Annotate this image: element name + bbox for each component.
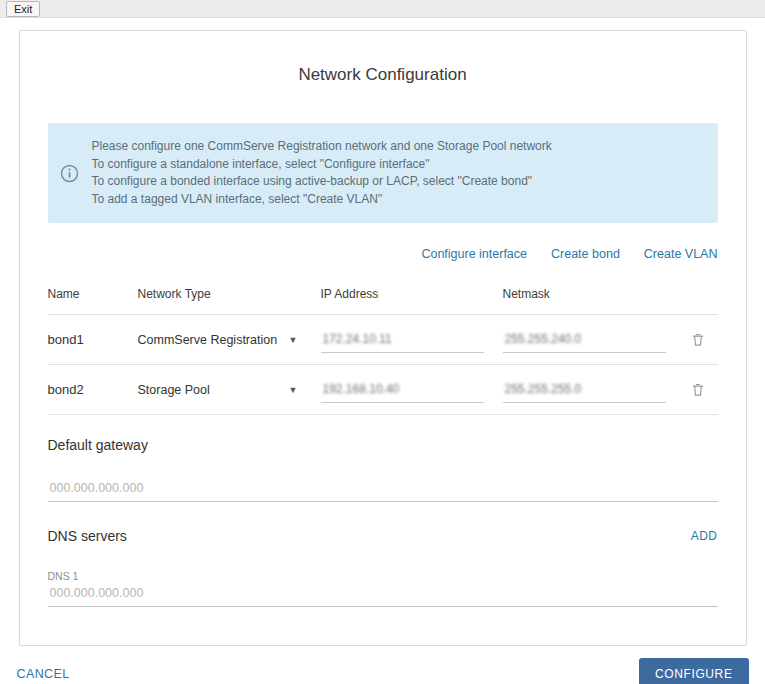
dialog-footer: CANCEL CONFIGURE [9,654,757,684]
table-row: bond2 Storage Pool ▼ 192.168.10.40 255.2… [48,365,718,415]
row-name: bond1 [48,332,138,347]
column-header-name: Name [48,287,138,301]
create-vlan-link[interactable]: Create VLAN [644,247,718,261]
table-header-row: Name Network Type IP Address Netmask [48,287,718,315]
exit-button[interactable]: Exit [6,1,40,17]
column-header-netmask: Netmask [503,287,681,301]
cancel-button[interactable]: CANCEL [17,667,70,681]
trash-icon [690,386,706,401]
network-type-value: Storage Pool [138,383,210,397]
chevron-down-icon: ▼ [289,385,302,395]
info-line-1: Please configure one CommServe Registrat… [92,138,552,156]
dns-servers-label: DNS servers [48,528,127,544]
page-title: Network Configuration [48,65,718,85]
netmask-value: 255.255.255.0 [505,382,582,396]
info-line-2: To configure a standalone interface, sel… [92,156,552,174]
default-gateway-label: Default gateway [48,437,718,453]
chevron-down-icon: ▼ [289,335,302,345]
ip-address-value: 192.168.10.40 [323,382,400,396]
table-row: bond1 CommServe Registration ▼ 172.24.10… [48,315,718,365]
dns1-label: DNS 1 [48,570,718,582]
netmask-field[interactable]: 255.255.255.0 [503,377,666,403]
network-type-select[interactable]: CommServe Registration ▼ [138,333,302,347]
info-banner: Please configure one CommServe Registrat… [48,123,718,223]
info-icon [60,164,79,183]
configure-interface-link[interactable]: Configure interface [421,247,527,261]
netmask-field[interactable]: 255.255.240.0 [503,327,666,353]
ip-address-field[interactable]: 172.24.10.11 [321,327,484,353]
netmask-value: 255.255.240.0 [505,332,582,346]
add-dns-button[interactable]: ADD [691,529,718,543]
table-toolbar: Configure interface Create bond Create V… [48,247,718,261]
info-line-4: To add a tagged VLAN interface, select "… [92,191,552,209]
row-name: bond2 [48,382,138,397]
ip-address-value: 172.24.10.11 [323,332,392,346]
trash-icon [690,336,706,351]
column-header-ip-address: IP Address [321,287,503,301]
create-bond-link[interactable]: Create bond [551,247,620,261]
network-configuration-dialog: Network Configuration Please configure o… [19,30,747,646]
network-type-select[interactable]: Storage Pool ▼ [138,383,302,397]
default-gateway-input[interactable] [48,479,718,502]
ip-address-field[interactable]: 192.168.10.40 [321,377,484,403]
networks-table: Name Network Type IP Address Netmask bon… [48,287,718,415]
info-message: Please configure one CommServe Registrat… [92,138,552,208]
dns-servers-header: DNS servers ADD [48,528,718,544]
delete-row-button[interactable] [688,329,708,350]
dns1-input[interactable] [48,584,718,607]
configure-button[interactable]: CONFIGURE [639,658,748,684]
top-bar: Exit [0,0,765,18]
column-header-network-type: Network Type [138,287,321,301]
network-type-value: CommServe Registration [138,333,278,347]
delete-row-button[interactable] [688,379,708,400]
info-line-3: To configure a bonded interface using ac… [92,173,552,191]
